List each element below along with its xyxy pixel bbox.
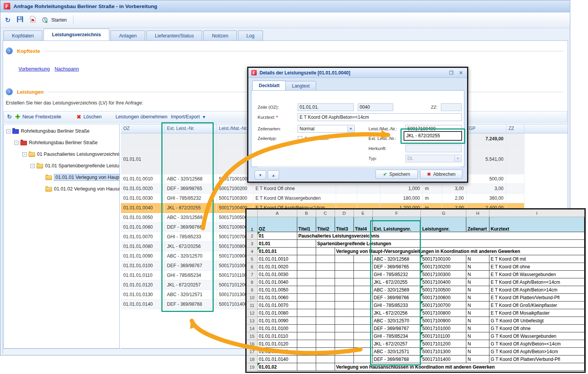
sheet-cell-titel[interactable] xyxy=(297,294,316,302)
sheet-cell-i[interactable]: G T Koord Ofl Asph/Beton>14cm xyxy=(489,348,585,355)
sheet-col-B[interactable]: B xyxy=(297,210,316,217)
grid-cell-oz[interactable]: 01.01.01.0100 xyxy=(121,261,164,270)
sheet-cell-i[interactable]: E T Koord Ofl Mosaikpflaster xyxy=(489,309,585,317)
grid-cell-oz[interactable]: 01.01.01.0140 xyxy=(121,299,164,309)
grid-cell-oz[interactable]: 01.01.01.0090 xyxy=(121,251,164,261)
sheet-row-number[interactable]: 19 xyxy=(247,363,258,371)
sheet-cell-i[interactable]: G T Koord Ofl Wassergebunden xyxy=(489,332,585,340)
sheet-row-8[interactable]: 801.01.01.0040JKL - 672/2025550017100400… xyxy=(247,278,585,286)
refresh-icon[interactable]: ↻ xyxy=(7,113,12,120)
sheet-cell-i[interactable]: E T Koord Ofl Asph/Beton=<14cm xyxy=(489,278,585,286)
expander-minus-icon[interactable]: − xyxy=(6,129,10,133)
sheet-cell-i[interactable]: E T Koord Ofl mit xyxy=(489,255,585,263)
sheet-col-I[interactable]: I xyxy=(489,210,585,217)
sheet-cell-titel[interactable] xyxy=(297,302,316,309)
sheet-row-16[interactable]: 1601.01.01.0120JKL - 672/202575001710120… xyxy=(247,340,585,348)
grid-cell-ext[interactable]: DEF - 369/98767 xyxy=(164,261,216,270)
sheet-cell-a[interactable]: 01 xyxy=(257,232,297,240)
sheet-cell-h[interactable]: N xyxy=(466,355,489,363)
sheet-cell-a[interactable]: 01.01.01.0020 xyxy=(257,263,297,271)
field-oz-nr[interactable]: 0040 xyxy=(358,103,393,111)
sheet-cell-titel[interactable] xyxy=(316,348,335,355)
chevron-down-icon[interactable]: ▼ xyxy=(347,126,354,132)
sheet-cell-i[interactable]: E T Koord Ofl Wassergebunden xyxy=(489,271,585,278)
sheet-cell-titel[interactable] xyxy=(316,271,335,278)
sheet-cell-a[interactable]: 01.01.01.0050 xyxy=(257,286,297,294)
sheet-row-9[interactable]: 901.01.01.0050ABC - 320/1256950017100500… xyxy=(247,286,585,294)
grid-cell-me[interactable]: m xyxy=(422,193,442,203)
sheet-cell-i[interactable]: E T Koord Ofl ohne xyxy=(489,263,585,271)
sheet-cell-h[interactable]: N xyxy=(466,294,489,302)
sheet-cell-empty[interactable] xyxy=(316,363,335,371)
field-zz[interactable] xyxy=(441,103,462,111)
sheet-cell-titel[interactable] xyxy=(297,263,316,271)
sheet-cell-titel[interactable] xyxy=(297,286,316,294)
sheet-cell-titel[interactable] xyxy=(353,332,372,340)
sheet-row-number[interactable]: 4 xyxy=(247,248,258,255)
sheet-cell-titel[interactable] xyxy=(353,255,372,263)
sheet-row-19[interactable]: 1901.01.02Verlegung von Hausanschlüssen … xyxy=(247,363,585,371)
sheet-cell-g[interactable]: 50017100700 xyxy=(421,302,466,309)
bedarfszeile-checkbox[interactable] xyxy=(298,136,302,141)
grid-col-header-Ext. Leist.-Nr.[interactable]: Ext. Leist.-Nr. xyxy=(164,124,216,133)
sheet-header-cell[interactable]: Zeilenart xyxy=(466,217,489,232)
sheet-cell-titel[interactable] xyxy=(335,348,353,355)
sheet-cell-i[interactable]: G T Koord Ofl ohne xyxy=(489,325,585,332)
sheet-cell-empty[interactable] xyxy=(297,248,316,255)
sheet-row-13[interactable]: 1301.01.01.0090ABC - 320/125705001710090… xyxy=(247,317,585,325)
close-icon[interactable]: ✕ xyxy=(457,70,464,76)
grid-cell-oz[interactable]: 01.01.01.0110 xyxy=(121,270,164,280)
sheet-header-cell[interactable]: Kurztext xyxy=(489,217,585,232)
sheet-cell-a[interactable]: 01.01.01.0130 xyxy=(257,348,297,355)
sheet-header-cell[interactable]: Ext. Leistungsnr. xyxy=(372,217,421,232)
sheet-header-cell[interactable]: Titel1 xyxy=(297,217,316,232)
sheet-cell-titel[interactable] xyxy=(335,286,353,294)
sheet-row-4[interactable]: 401.01.01Verlegung von Haupt-/Versorgung… xyxy=(247,248,585,255)
grid-cell-oz[interactable]: 01.01.01.0040 xyxy=(121,203,164,212)
sheet-cell-g[interactable]: 50017101400 xyxy=(421,355,466,363)
grid-cell-nr[interactable]: 50017100300 xyxy=(216,193,253,203)
dialog-tab-langtext[interactable]: Langtext xyxy=(285,81,316,91)
sheet-cell-titel[interactable] xyxy=(353,302,372,309)
grid-cell-gp[interactable]: 7.249,00 xyxy=(466,133,506,145)
grid-cell-oz[interactable]: 01.01.01.0020 xyxy=(121,184,164,193)
sheet-cell-g[interactable]: 50017100500 xyxy=(421,286,466,294)
sheet-cell-h[interactable]: N xyxy=(466,271,489,278)
sheet-cell-f[interactable]: ABC - 320/12569 xyxy=(372,286,421,294)
sheet-cell-titel[interactable] xyxy=(297,255,316,263)
link-vorbemerkung[interactable]: Vorbemerkung xyxy=(18,66,50,72)
sheet-row-number[interactable]: 13 xyxy=(247,317,258,325)
grid-cell-zz[interactable] xyxy=(506,174,524,184)
sheet-cell-titel[interactable] xyxy=(297,332,316,340)
sheet-cell-titel[interactable] xyxy=(353,294,372,302)
sheet-cell-titel[interactable] xyxy=(316,340,335,348)
dialog-title-bar[interactable]: F Details der Leistungszeile [01.01.01.0… xyxy=(248,68,467,78)
sheet-cell-g[interactable]: 50017100300 xyxy=(421,271,466,278)
sheet-row-number[interactable]: 17 xyxy=(247,348,258,355)
grid-cell-oz[interactable] xyxy=(121,133,164,145)
sheet-cell-titel[interactable] xyxy=(297,340,316,348)
sheet-cell-h[interactable]: N xyxy=(466,325,489,332)
grid-cell-menge[interactable]: 180,000 xyxy=(380,193,422,203)
sheet-row-number[interactable]: 6 xyxy=(247,263,258,271)
sheet-cell-a[interactable]: 01.01.01.0060 xyxy=(257,294,297,302)
sheet-row-number[interactable]: 9 xyxy=(247,286,258,294)
sheet-row-2[interactable]: 201Pauschaliertes Leistungsverzeichnis xyxy=(247,232,585,240)
sheet-cell-a[interactable]: 01.01.01.0090 xyxy=(257,317,297,325)
grid-cell-oz[interactable]: 01.01.01.0070 xyxy=(121,232,164,241)
sheet-row-14[interactable]: 1401.01.01.0100DEF - 369/987675001710100… xyxy=(247,325,585,332)
sheet-cell-titel[interactable] xyxy=(316,294,335,302)
sheet-cell-i[interactable]: G T Koord Ofl Unbefestigt xyxy=(489,317,585,325)
sheet-cell-f[interactable]: GHI - 785/85233 xyxy=(372,302,421,309)
sheet-col-A[interactable]: A xyxy=(257,210,297,217)
collapse-up-icon[interactable]: ↑ xyxy=(6,88,13,95)
sheet-row-18[interactable]: 1801.01.01.0140DEF - 369/987685001710140… xyxy=(247,355,585,363)
sheet-header-cell[interactable]: Titel4 xyxy=(353,217,372,232)
sheet-cell-titel[interactable] xyxy=(353,271,372,278)
nav-up-button[interactable]: ▲ xyxy=(268,170,279,180)
grid-cell-c6[interactable] xyxy=(357,184,380,193)
sheet-cell-i[interactable]: E T Koord Ofl Platten/Verbund-Pfl xyxy=(489,294,585,302)
grid-row-01.01.01.0020[interactable]: 01.01.01.0020DEF - 369/9876550017100200E… xyxy=(121,184,524,193)
tree-item-4[interactable]: 01.01.01 Verlegung von Haupt-/Versorgung… xyxy=(39,173,120,182)
grid-cell-me[interactable]: m xyxy=(422,184,442,193)
